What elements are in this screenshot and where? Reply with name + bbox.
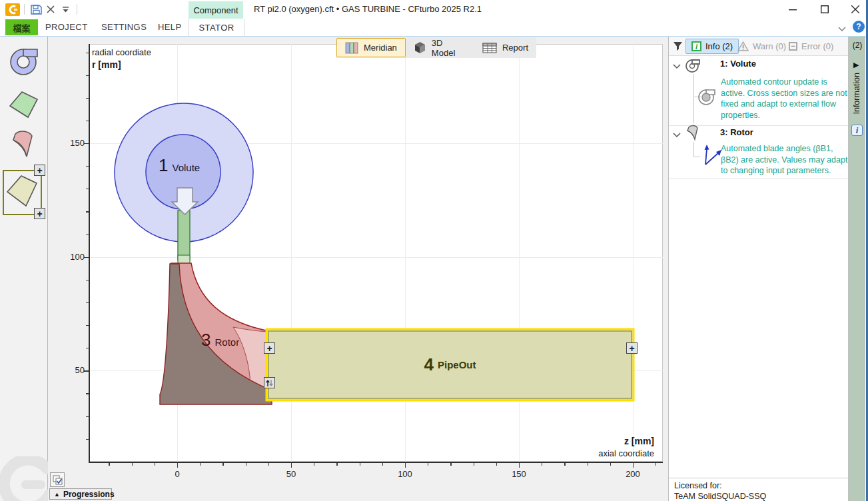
close-button[interactable]: [841, 0, 868, 19]
component-tab[interactable]: Component: [189, 1, 243, 19]
divider: [77, 4, 77, 15]
cfturbo-logo-icon: [5, 2, 20, 17]
messages-panel: i Info (2) Warn (0) − Error (0) 1: Volut…: [668, 37, 868, 501]
pipeout-section[interactable]: [266, 329, 634, 400]
entry-message: Automated blade angles (βB1, βB2) are ac…: [721, 143, 849, 177]
message-count-badge: (2): [849, 41, 866, 50]
stator-component-icon[interactable]: [8, 89, 39, 119]
table-icon: [482, 43, 497, 53]
window-title: RT pi2.0 (oxygen).cft • GAS TURBINE - CF…: [254, 4, 482, 14]
file-menu-button[interactable]: 檔案: [5, 19, 38, 35]
cfturbo-watermark-logo: [0, 456, 52, 501]
warn-filter-toggle[interactable]: Warn (0): [737, 39, 786, 54]
volute-inlet-pipe[interactable]: [178, 211, 190, 260]
title-bar: Component RT pi2.0 (oxygen).cft • GAS TU…: [0, 0, 868, 19]
triangle-up-icon: ▲: [54, 491, 60, 498]
information-icon: i: [851, 125, 863, 136]
information-tab-label: Information: [852, 73, 861, 115]
add-component-before-button[interactable]: +: [34, 165, 45, 176]
chevron-down-icon[interactable]: [838, 24, 846, 34]
license-info: Licensed for:TeAM SolidSQUAD-SSQ: [674, 480, 766, 501]
component-toolbar: + +: [0, 37, 48, 501]
view-tab-bar: Meridian 3D Model Report: [336, 37, 536, 58]
rotor-entry-icon: [685, 124, 701, 143]
blade-angles-icon: [700, 142, 723, 171]
tree-line: [693, 74, 694, 123]
save-icon[interactable]: [29, 2, 43, 17]
info-icon: i: [691, 41, 701, 51]
add-component-after-button[interactable]: +: [34, 208, 45, 219]
volute-component-icon[interactable]: [7, 42, 41, 77]
close-file-icon[interactable]: [43, 2, 58, 17]
error-filter-toggle[interactable]: − Error (0): [789, 39, 833, 54]
entry-title: 3: Rotor: [720, 127, 753, 137]
menu-help[interactable]: HELP: [158, 22, 182, 32]
pipeout-right-add-button[interactable]: +: [626, 342, 638, 354]
tab-meridian[interactable]: Meridian: [336, 38, 406, 57]
rotor-component-icon[interactable]: [9, 129, 38, 161]
y-axis-label: radial coordiater [mm]: [92, 47, 151, 71]
error-icon: −: [789, 42, 797, 51]
volute-entry-icon: [684, 57, 701, 76]
pipeout-left-add-button[interactable]: +: [264, 342, 275, 354]
triangle-right-icon: ▶: [853, 61, 859, 69]
tree-line: [693, 157, 700, 157]
maximize-button[interactable]: [810, 0, 839, 19]
stator-tab[interactable]: STATOR: [189, 19, 244, 36]
menu-settings[interactable]: SETTINGS: [101, 22, 147, 32]
entry-message: Automated contour update is active. Cros…: [721, 77, 849, 121]
tab-report[interactable]: Report: [474, 38, 536, 57]
divider: [24, 4, 25, 15]
meridian-canvas: 05010015020050100150 1Volute: [48, 37, 668, 501]
cfturbo-window: Component RT pi2.0 (oxygen).cft • GAS TU…: [0, 0, 868, 501]
menu-bar: 檔案 PROJECT SETTINGS HELP STATOR ?: [0, 19, 868, 36]
volute-message-icon: [697, 86, 717, 109]
pipeout-swap-button[interactable]: [264, 377, 275, 388]
tree-line: [693, 142, 694, 157]
warning-icon: [737, 41, 749, 51]
help-button[interactable]: ?: [853, 21, 865, 33]
info-filter-toggle[interactable]: i Info (2): [685, 39, 739, 54]
entry-title: 1: Volute: [720, 59, 756, 69]
minimize-button[interactable]: [778, 0, 807, 19]
entry-separator: [669, 179, 848, 179]
meridian-icon: [345, 42, 358, 54]
filter-icon[interactable]: [673, 41, 683, 53]
license-separator: [669, 478, 848, 478]
progressions-bar[interactable]: ▲ Progressions: [49, 488, 112, 500]
cube-icon: [414, 41, 426, 54]
progressions-check-button[interactable]: [50, 472, 65, 487]
pipeout-component-icon[interactable]: [5, 173, 39, 208]
x-axis-label: z [mm]axial coordiate: [521, 435, 654, 460]
chevron-down-icon[interactable]: [673, 61, 681, 71]
tab-3d-model[interactable]: 3D Model: [406, 38, 474, 57]
meridian-drawing: [48, 37, 668, 501]
menu-project[interactable]: PROJECT: [45, 22, 87, 32]
information-side-tab[interactable]: (2) ▶ Information i: [848, 37, 865, 501]
chevron-down-icon[interactable]: [673, 130, 681, 140]
toolbar-dropdown-icon[interactable]: [58, 2, 73, 17]
